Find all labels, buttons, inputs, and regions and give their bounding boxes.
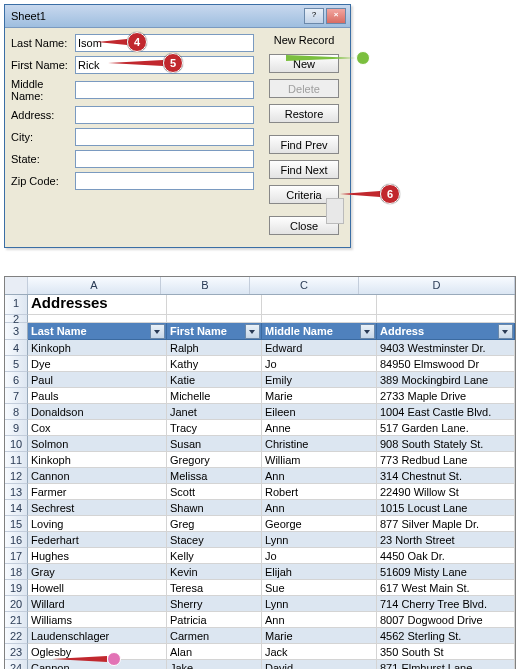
row-header[interactable]: 5 — [5, 356, 28, 372]
cell-address[interactable]: 84950 Elmswood Dr — [377, 356, 515, 372]
city-input[interactable] — [75, 128, 254, 146]
cell-first-name[interactable]: Ralph — [167, 340, 262, 356]
cell-last-name[interactable]: Federhart — [28, 532, 167, 548]
row-header[interactable]: 6 — [5, 372, 28, 388]
table-row[interactable]: 7PaulsMichelleMarie2733 Maple Drive — [5, 388, 515, 404]
cell-address[interactable]: 908 South Stately St. — [377, 436, 515, 452]
table-row[interactable]: 11KinkophGregoryWilliam773 Redbud Lane — [5, 452, 515, 468]
cell-last-name[interactable]: Paul — [28, 372, 167, 388]
cell-middle-name[interactable]: David — [262, 660, 377, 669]
cell-middle-name[interactable]: Jo — [262, 356, 377, 372]
state-input[interactable] — [75, 150, 254, 168]
cell-last-name[interactable]: Donaldson — [28, 404, 167, 420]
cell-middle-name[interactable]: Marie — [262, 628, 377, 644]
cell-first-name[interactable]: Tracy — [167, 420, 262, 436]
cell-last-name[interactable]: Gray — [28, 564, 167, 580]
filter-icon[interactable] — [150, 324, 165, 339]
header-address[interactable]: Address — [377, 323, 515, 340]
cell-first-name[interactable]: Stacey — [167, 532, 262, 548]
table-row[interactable]: 9CoxTracyAnne517 Garden Lane. — [5, 420, 515, 436]
table-row[interactable]: 19HowellTeresaSue617 West Main St. — [5, 580, 515, 596]
row-header[interactable]: 15 — [5, 516, 28, 532]
table-row[interactable]: 24CannonJakeDavid871 Elmhurst Lane — [5, 660, 515, 669]
cell-first-name[interactable]: Scott — [167, 484, 262, 500]
cell-middle-name[interactable]: Edward — [262, 340, 377, 356]
help-button[interactable]: ? — [304, 8, 324, 24]
cell-last-name[interactable]: Sechrest — [28, 500, 167, 516]
cell-first-name[interactable]: Janet — [167, 404, 262, 420]
cell-middle-name[interactable]: Sue — [262, 580, 377, 596]
header-first-name[interactable]: First Name — [167, 323, 262, 340]
cell-address[interactable]: 9403 Westminster Dr. — [377, 340, 515, 356]
cell-last-name[interactable]: Kinkoph — [28, 452, 167, 468]
cell-address[interactable]: 714 Cherry Tree Blvd. — [377, 596, 515, 612]
cell-middle-name[interactable]: William — [262, 452, 377, 468]
cell-first-name[interactable]: Susan — [167, 436, 262, 452]
row-header[interactable]: 3 — [5, 323, 28, 340]
restore-button[interactable]: Restore — [269, 104, 339, 123]
cell-address[interactable]: 51609 Misty Lane — [377, 564, 515, 580]
table-row[interactable]: 16FederhartStaceyLynn23 North Street — [5, 532, 515, 548]
cell-middle-name[interactable]: Jack — [262, 644, 377, 660]
row-header[interactable]: 12 — [5, 468, 28, 484]
table-row[interactable]: 13FarmerScottRobert22490 Willow St — [5, 484, 515, 500]
cell-middle-name[interactable]: Emily — [262, 372, 377, 388]
cell-address[interactable]: 8007 Dogwood Drive — [377, 612, 515, 628]
table-row[interactable]: 4KinkophRalphEdward9403 Westminster Dr. — [5, 340, 515, 356]
table-row[interactable]: 14SechrestShawnAnn1015 Locust Lane — [5, 500, 515, 516]
cell-last-name[interactable]: Oglesby — [28, 644, 167, 660]
table-row[interactable]: 6PaulKatieEmily389 Mockingbird Lane — [5, 372, 515, 388]
cell-address[interactable]: 517 Garden Lane. — [377, 420, 515, 436]
row-header[interactable]: 11 — [5, 452, 28, 468]
row-header[interactable]: 21 — [5, 612, 28, 628]
cell-middle-name[interactable]: Marie — [262, 388, 377, 404]
row-header[interactable]: 18 — [5, 564, 28, 580]
cell-last-name[interactable]: Farmer — [28, 484, 167, 500]
table-title[interactable]: Addresses — [28, 295, 167, 315]
table-row[interactable]: 21WilliamsPatriciaAnn8007 Dogwood Drive — [5, 612, 515, 628]
cell-first-name[interactable]: Patricia — [167, 612, 262, 628]
cell-last-name[interactable]: Cox — [28, 420, 167, 436]
cell-last-name[interactable]: Loving — [28, 516, 167, 532]
cell-first-name[interactable]: Michelle — [167, 388, 262, 404]
new-button[interactable]: New — [269, 54, 339, 73]
cell-address[interactable]: 4450 Oak Dr. — [377, 548, 515, 564]
filter-icon[interactable] — [498, 324, 513, 339]
middle-name-input[interactable] — [75, 81, 254, 99]
col-header-a[interactable]: A — [28, 277, 161, 294]
cell-address[interactable]: 617 West Main St. — [377, 580, 515, 596]
row-header[interactable]: 23 — [5, 644, 28, 660]
address-input[interactable] — [75, 106, 254, 124]
table-row[interactable]: 23OglesbyAlanJack350 South St — [5, 644, 515, 660]
row-header[interactable]: 2 — [5, 315, 28, 323]
cell-last-name[interactable]: Hughes — [28, 548, 167, 564]
row-header[interactable]: 1 — [5, 295, 28, 315]
cell-address[interactable]: 2733 Maple Drive — [377, 388, 515, 404]
cell-middle-name[interactable]: Anne — [262, 420, 377, 436]
cell-last-name[interactable]: Dye — [28, 356, 167, 372]
table-row[interactable]: 10SolmonSusanChristine908 South Stately … — [5, 436, 515, 452]
cell-middle-name[interactable]: Eileen — [262, 404, 377, 420]
table-row[interactable]: 15LovingGregGeorge877 Silver Maple Dr. — [5, 516, 515, 532]
select-all-corner[interactable] — [5, 277, 28, 294]
row-header[interactable]: 14 — [5, 500, 28, 516]
cell-middle-name[interactable]: Ann — [262, 468, 377, 484]
cell-middle-name[interactable]: Ann — [262, 612, 377, 628]
find-prev-button[interactable]: Find Prev — [269, 135, 339, 154]
row-header[interactable]: 13 — [5, 484, 28, 500]
row-header[interactable]: 16 — [5, 532, 28, 548]
close-icon[interactable]: × — [326, 8, 346, 24]
cell-first-name[interactable]: Kevin — [167, 564, 262, 580]
cell-middle-name[interactable]: Ann — [262, 500, 377, 516]
row-header[interactable]: 19 — [5, 580, 28, 596]
row-header[interactable]: 9 — [5, 420, 28, 436]
zip-input[interactable] — [75, 172, 254, 190]
cell-address[interactable]: 773 Redbud Lane — [377, 452, 515, 468]
cell-first-name[interactable]: Carmen — [167, 628, 262, 644]
row-header[interactable]: 24 — [5, 660, 28, 669]
cell-middle-name[interactable]: Christine — [262, 436, 377, 452]
row-header[interactable]: 20 — [5, 596, 28, 612]
filter-icon[interactable] — [360, 324, 375, 339]
cell-last-name[interactable]: Howell — [28, 580, 167, 596]
cell-address[interactable]: 350 South St — [377, 644, 515, 660]
